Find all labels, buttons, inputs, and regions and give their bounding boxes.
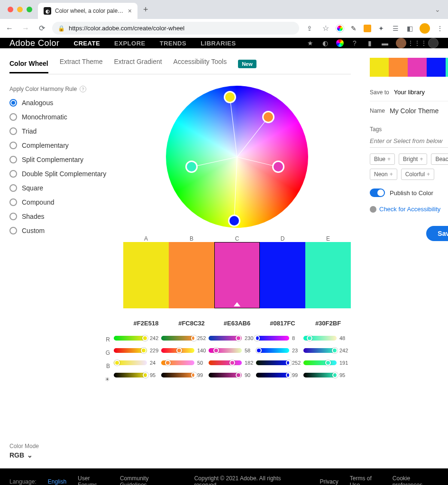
slider-value[interactable]: 8 bbox=[292, 335, 303, 341]
color-wheel-icon[interactable] bbox=[336, 39, 344, 47]
extensions-icon[interactable]: ✦ bbox=[377, 24, 385, 33]
slider-value[interactable]: 24 bbox=[150, 360, 161, 366]
back-button[interactable]: ← bbox=[4, 24, 15, 33]
harmony-option-custom[interactable]: Custom bbox=[9, 227, 109, 234]
slider-value[interactable]: 242 bbox=[339, 348, 351, 353]
radio-icon[interactable] bbox=[9, 227, 17, 234]
nav-explore[interactable]: EXPLORE bbox=[114, 40, 146, 47]
footer-forums[interactable]: User Forums bbox=[78, 475, 109, 485]
slider-value[interactable]: 140 bbox=[197, 348, 209, 353]
hex-value[interactable]: #30F2BF bbox=[305, 320, 351, 327]
slider-handle[interactable] bbox=[141, 348, 146, 353]
slider[interactable]: 48 bbox=[303, 335, 351, 341]
publish-toggle[interactable] bbox=[370, 189, 385, 197]
slider[interactable]: 23 bbox=[256, 348, 303, 353]
ext-eyedropper-icon[interactable]: ✎ bbox=[349, 24, 358, 33]
hex-value[interactable]: #0817FC bbox=[260, 320, 305, 327]
harmony-option-monochromatic[interactable]: Monochromatic bbox=[9, 113, 109, 121]
harmony-option-compound[interactable]: Compound bbox=[9, 198, 109, 206]
slider-handle[interactable] bbox=[229, 360, 235, 366]
wheel-marker[interactable] bbox=[272, 161, 284, 173]
slider[interactable]: 191 bbox=[303, 360, 351, 366]
slider-handle[interactable] bbox=[114, 360, 120, 366]
slider-handle[interactable] bbox=[256, 348, 262, 353]
brand-logo[interactable]: Adobe Color bbox=[9, 38, 60, 48]
slider-value[interactable]: 48 bbox=[339, 335, 351, 341]
color-mode-select[interactable]: RGB ⌄ bbox=[9, 451, 47, 459]
contrast-icon[interactable]: ◐ bbox=[321, 39, 329, 47]
harmony-option-triad[interactable]: Triad bbox=[9, 127, 109, 135]
wheel-marker[interactable] bbox=[228, 215, 240, 227]
address-bar[interactable]: 🔒 https://color.adobe.com/create/color-w… bbox=[52, 22, 299, 35]
browser-tab[interactable]: ◐ Color wheel, a color palette ge × bbox=[38, 3, 137, 19]
swatch[interactable] bbox=[260, 242, 305, 308]
swatch[interactable] bbox=[123, 242, 169, 308]
radio-icon[interactable] bbox=[9, 127, 17, 135]
radio-icon[interactable] bbox=[9, 99, 17, 107]
slider-handle[interactable] bbox=[142, 335, 148, 341]
tags-input[interactable] bbox=[370, 135, 448, 148]
slider-handle[interactable] bbox=[236, 335, 241, 341]
close-window-icon[interactable] bbox=[8, 7, 13, 12]
tag-chip[interactable]: Colorful+ bbox=[401, 169, 434, 180]
slider[interactable]: 140 bbox=[161, 348, 209, 353]
new-tab-button[interactable]: + bbox=[139, 5, 152, 15]
tag-chip[interactable]: Bright+ bbox=[399, 153, 427, 165]
slider-handle[interactable] bbox=[286, 360, 292, 366]
wheel-marker[interactable] bbox=[185, 161, 198, 173]
wheel-marker[interactable] bbox=[262, 111, 274, 123]
message-icon[interactable]: ▬ bbox=[381, 39, 389, 47]
slider-handle[interactable] bbox=[191, 335, 197, 341]
slider-value[interactable]: 58 bbox=[245, 348, 256, 353]
footer-guidelines[interactable]: Community Guidelines bbox=[120, 475, 174, 485]
tag-chip[interactable]: Blue+ bbox=[370, 153, 395, 165]
slider-value[interactable]: 252 bbox=[197, 335, 209, 341]
tab-close-icon[interactable]: × bbox=[128, 7, 132, 15]
slider-handle[interactable] bbox=[332, 372, 338, 378]
slider[interactable]: 50 bbox=[161, 360, 209, 366]
slider[interactable]: 99 bbox=[161, 372, 209, 378]
minimize-window-icon[interactable] bbox=[17, 7, 23, 12]
swatch[interactable] bbox=[169, 242, 214, 308]
star-icon[interactable]: ☆ bbox=[320, 24, 331, 33]
subnav-color-wheel[interactable]: Color Wheel bbox=[9, 60, 48, 73]
reload-button[interactable]: ⟳ bbox=[36, 24, 47, 33]
profile-avatar-icon[interactable] bbox=[420, 23, 430, 34]
slider-handle[interactable] bbox=[236, 372, 241, 378]
slider-handle[interactable] bbox=[191, 372, 197, 378]
subnav-extract-gradient[interactable]: Extract Gradient bbox=[114, 58, 162, 70]
language-select[interactable]: English bbox=[48, 478, 66, 485]
slider[interactable]: 252 bbox=[161, 335, 209, 341]
slider[interactable]: 230 bbox=[209, 335, 256, 341]
swatch[interactable] bbox=[214, 242, 260, 308]
theme-name-input[interactable] bbox=[390, 105, 448, 117]
ext-colorpicker-icon[interactable] bbox=[336, 25, 344, 32]
slider-value[interactable]: 95 bbox=[339, 372, 351, 378]
nav-trends[interactable]: TRENDS bbox=[160, 40, 186, 47]
slider-value[interactable]: 229 bbox=[150, 348, 161, 353]
harmony-option-double-split-complementary[interactable]: Double Split Complementary bbox=[9, 170, 109, 178]
slider-value[interactable]: 99 bbox=[197, 372, 209, 378]
help-circ-icon[interactable]: ? bbox=[80, 86, 86, 92]
radio-icon[interactable] bbox=[9, 156, 17, 163]
harmony-option-analogous[interactable]: Analogous bbox=[9, 99, 109, 107]
side-panel-icon[interactable]: ◧ bbox=[405, 24, 414, 33]
footer-terms[interactable]: Terms of Use bbox=[350, 475, 381, 485]
hex-value[interactable]: #FC8C32 bbox=[169, 320, 214, 327]
slider[interactable]: 252 bbox=[256, 360, 303, 366]
slider[interactable]: 24 bbox=[114, 360, 161, 366]
slider-value[interactable]: 23 bbox=[292, 348, 303, 353]
menu-icon[interactable]: ⋮ bbox=[436, 24, 444, 33]
nav-libraries[interactable]: LIBRARIES bbox=[201, 40, 236, 47]
swatch[interactable] bbox=[305, 242, 351, 308]
slider-value[interactable]: 95 bbox=[150, 372, 161, 378]
slider-value[interactable]: 242 bbox=[150, 335, 161, 341]
library-select[interactable]: Your library bbox=[394, 89, 445, 96]
save-to-row[interactable]: Save to Your library ⌄ + bbox=[370, 83, 448, 101]
subnav-accessibility[interactable]: Accessibility Tools bbox=[174, 58, 227, 70]
wheel-marker[interactable] bbox=[224, 91, 236, 103]
slider[interactable]: 242 bbox=[114, 335, 161, 341]
slider[interactable]: 182 bbox=[209, 360, 256, 366]
apps-grid-icon[interactable]: ⋮⋮⋮ bbox=[413, 39, 421, 47]
slider[interactable]: 95 bbox=[303, 372, 351, 378]
